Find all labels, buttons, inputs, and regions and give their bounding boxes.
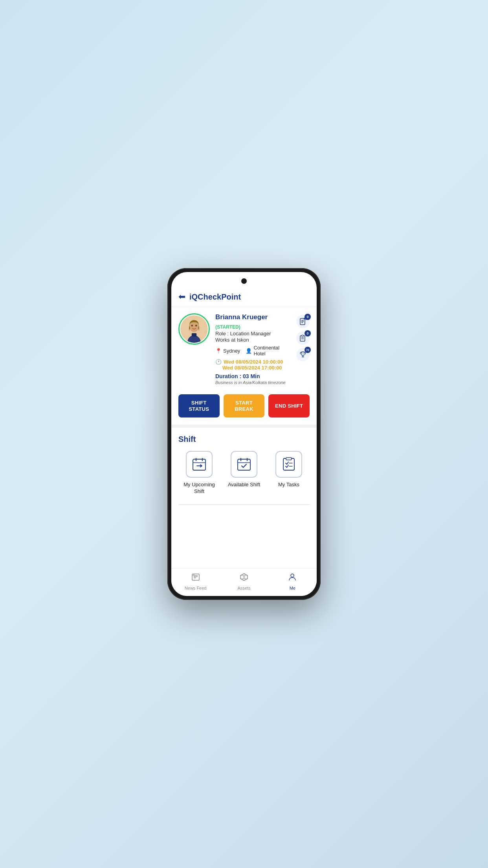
nav-item-me[interactable]: Me: [268, 572, 317, 590]
profile-top: Brianna Krueger (STARTED) Role : Locatio…: [178, 313, 310, 385]
tasks-label: My Tasks: [278, 482, 299, 488]
profile-card: Brianna Krueger (STARTED) Role : Locatio…: [171, 307, 317, 389]
available-shift-label: Available Shift: [228, 482, 260, 488]
shift-status-button[interactable]: SHIFTSTATUS: [178, 394, 220, 417]
bottom-nav: News Feed Assets: [171, 568, 317, 596]
app-title: iQCheckPoint: [189, 292, 241, 302]
empty-space: [171, 505, 317, 560]
timezone-text: Business is in Asia/Kolkata timezone: [215, 380, 291, 385]
shift-grid: My UpcomingShift: [178, 451, 310, 495]
svg-point-3: [191, 325, 193, 326]
shift-section: Shift: [171, 428, 317, 499]
clock-icon: 🕐: [215, 359, 222, 365]
phone-screen: ⬅ iQCheckPoint: [171, 272, 317, 596]
svg-rect-18: [193, 459, 205, 470]
camera-notch: [241, 278, 247, 284]
location-hotel: 👤 Continental Hotel: [246, 345, 291, 357]
clipboard-icon-wrap[interactable]: 0: [296, 331, 310, 345]
profile-location-row: 📍 Sydney 👤 Continental Hotel: [215, 345, 291, 357]
svg-point-4: [195, 325, 197, 326]
available-shift-icon-box: [231, 451, 257, 478]
svg-rect-22: [238, 459, 250, 470]
nav-item-assets[interactable]: Assets: [220, 572, 268, 590]
upcoming-shift-icon-box: [186, 451, 213, 478]
duration-text: Duration : 03 Min: [215, 373, 291, 379]
avatar: [178, 313, 210, 345]
tasks-icon-box: [275, 451, 302, 478]
document-icon-wrap[interactable]: 0 0: [296, 315, 310, 328]
content-area: ⬅ iQCheckPoint: [171, 272, 317, 568]
profile-icons-column: 0 0: [296, 313, 310, 361]
end-shift-button[interactable]: END SHIFT: [268, 394, 310, 417]
profile-name-row: Brianna Krueger (STARTED): [215, 313, 291, 330]
me-label: Me: [290, 586, 295, 590]
start-break-button[interactable]: STARTBREAK: [224, 394, 265, 417]
profile-works: Works at Iskon: [215, 337, 291, 343]
badge-count-1: 0: [305, 314, 311, 320]
location-pin-icon: 📍: [215, 348, 222, 354]
svg-rect-5: [192, 333, 196, 337]
avatar-container: [178, 313, 210, 345]
profile-name: Brianna Krueger: [215, 313, 268, 321]
action-buttons: SHIFTSTATUS STARTBREAK END SHIFT: [171, 389, 317, 425]
assets-label: Assets: [237, 586, 250, 590]
assets-icon: [239, 572, 249, 584]
back-button[interactable]: ⬅: [178, 292, 185, 302]
location-city: 📍 Sydney: [215, 348, 240, 354]
profile-role: Role : Location Manager: [215, 331, 291, 337]
hotel-label: Continental Hotel: [253, 345, 291, 357]
shift-start-time: 🕐 Wed 08/05/2024 10:00:00: [215, 359, 291, 365]
shift-end-time: Wed 08/05/2024 17:00:00: [222, 365, 291, 371]
shift-item-upcoming[interactable]: My UpcomingShift: [178, 451, 220, 495]
nav-item-newsfeed[interactable]: News Feed: [171, 572, 220, 590]
city-label: Sydney: [223, 348, 240, 354]
section-divider: [171, 425, 317, 428]
newsfeed-icon: [191, 572, 200, 584]
app-header: ⬅ iQCheckPoint: [171, 288, 317, 307]
building-icon: 👤: [246, 348, 252, 354]
shift-item-available[interactable]: Available Shift: [223, 451, 265, 495]
svg-rect-34: [192, 574, 194, 576]
shift-section-title: Shift: [178, 435, 310, 444]
newsfeed-label: News Feed: [185, 586, 207, 590]
badge-count-3: 70: [305, 347, 311, 353]
svg-rect-13: [302, 335, 303, 337]
me-icon: [288, 572, 297, 584]
phone-device: ⬅ iQCheckPoint: [167, 268, 321, 600]
profile-info: Brianna Krueger (STARTED) Role : Locatio…: [215, 313, 291, 385]
shift-times: 🕐 Wed 08/05/2024 10:00:00 Wed 08/05/2024…: [215, 359, 291, 371]
svg-rect-27: [286, 458, 292, 460]
status-badge: (STARTED): [215, 324, 240, 330]
svg-point-35: [291, 574, 294, 577]
badge-count-2: 0: [305, 330, 311, 337]
trophy-icon-wrap[interactable]: 70: [296, 348, 310, 361]
shift-item-tasks[interactable]: My Tasks: [268, 451, 310, 495]
upcoming-shift-label: My UpcomingShift: [183, 482, 215, 495]
